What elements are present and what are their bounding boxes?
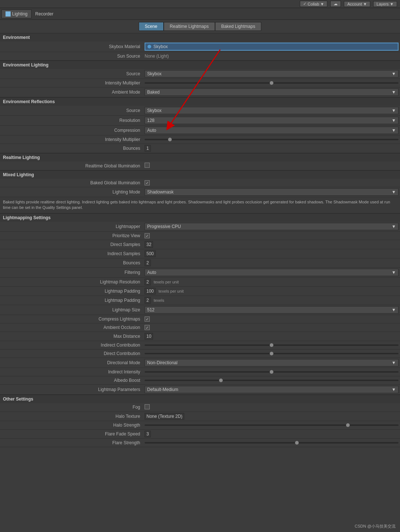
- env-reflections-bounces-value[interactable]: 1: [143, 145, 400, 152]
- account-button[interactable]: Account ▼: [344, 1, 370, 7]
- halo-strength-slider[interactable]: [145, 424, 399, 426]
- env-reflections-resolution-label: Resolution: [0, 117, 143, 124]
- direct-contribution-thumb: [270, 352, 273, 355]
- directional-mode-chevron: ▼: [392, 360, 396, 365]
- flare-fade-value[interactable]: 3: [143, 430, 400, 438]
- env-reflections-compression-dropdown[interactable]: Auto ▼: [145, 127, 399, 134]
- filtering-value[interactable]: Auto ▼: [143, 268, 400, 276]
- lightmapper-chevron: ▼: [392, 224, 396, 229]
- lightmap-params-value[interactable]: Default-Medium ▼: [143, 386, 400, 394]
- fog-value[interactable]: [143, 404, 400, 411]
- ambient-mode-dropdown[interactable]: Baked ▼: [145, 88, 399, 96]
- lm-padding2-value[interactable]: 2 texels: [143, 297, 400, 304]
- ambient-mode-label: Ambient Mode: [0, 89, 143, 95]
- scene-tab-scene[interactable]: Scene: [139, 22, 164, 31]
- ambient-occlusion-checkbox[interactable]: [145, 325, 150, 330]
- scene-tab-realtime[interactable]: Realtime Lightmaps: [164, 22, 215, 31]
- albedo-boost-slider[interactable]: [145, 380, 399, 381]
- env-reflections-compression-value[interactable]: Auto ▼: [143, 126, 400, 134]
- albedo-boost-track: [145, 380, 399, 381]
- account-label: Account: [347, 2, 362, 6]
- other-settings-section: Other Settings Fog Halo Texture None (Te…: [0, 395, 400, 447]
- direct-contribution-value[interactable]: [143, 352, 400, 355]
- prioritize-view-checkbox[interactable]: [145, 233, 150, 238]
- halo-texture-value[interactable]: None (Texture 2D): [143, 413, 400, 420]
- flare-strength-slider[interactable]: [145, 442, 399, 444]
- lm-size-row: Lightmap Size 512 ▼: [0, 305, 400, 315]
- direct-contribution-slider[interactable]: [145, 353, 399, 354]
- prioritize-view-value[interactable]: [143, 233, 400, 239]
- collab-button[interactable]: ✓ Collab ▼: [300, 1, 327, 7]
- lm-size-dropdown[interactable]: 512 ▼: [145, 306, 399, 314]
- flare-strength-value[interactable]: [143, 442, 400, 444]
- top-bar: ✓ Collab ▼ ☁ Account ▼ Layers ▼: [0, 0, 400, 8]
- sun-source-value[interactable]: None (Light): [143, 53, 400, 59]
- albedo-boost-row: Albedo Boost: [0, 376, 400, 385]
- flare-strength-track: [145, 442, 399, 444]
- albedo-boost-value[interactable]: [143, 379, 400, 381]
- lighting-mode-dropdown[interactable]: Shadowmask ▼: [145, 188, 399, 196]
- indirect-contribution-slider[interactable]: [145, 344, 399, 346]
- ao-intensity-value[interactable]: [143, 371, 400, 373]
- direct-samples-row: Direct Samples 32: [0, 240, 400, 249]
- lm-padding-value[interactable]: 100 texels per unit: [143, 287, 400, 295]
- lightmapper-dropdown[interactable]: Progressive CPU ▼: [145, 223, 399, 230]
- ambient-mode-row: Ambient Mode Baked ▼: [0, 87, 400, 97]
- tab-recorder[interactable]: Recorder: [32, 10, 57, 18]
- compress-lm-checkbox[interactable]: [145, 316, 150, 322]
- cloud-button[interactable]: ☁: [330, 1, 341, 7]
- indirect-contribution-value[interactable]: [143, 344, 400, 346]
- filtering-chevron: ▼: [392, 270, 396, 275]
- tab-lighting[interactable]: Lighting: [1, 10, 32, 18]
- env-reflections-resolution-value[interactable]: 128 ▼: [143, 116, 400, 124]
- env-lighting-intensity-slider[interactable]: [145, 82, 399, 84]
- env-lighting-intensity-value[interactable]: [143, 82, 400, 84]
- halo-texture-row: Halo Texture None (Texture 2D): [0, 412, 400, 421]
- env-lighting-source-value[interactable]: Skybox ▼: [143, 70, 400, 78]
- indirect-samples-row: Indirect Samples 500: [0, 249, 400, 258]
- layers-button[interactable]: Layers ▼: [373, 1, 397, 7]
- baked-gi-checkbox[interactable]: [145, 180, 150, 185]
- env-reflections-resolution-dropdown[interactable]: 128 ▼: [145, 117, 399, 124]
- ambient-occlusion-value[interactable]: [143, 325, 400, 331]
- env-reflections-source-value[interactable]: Skybox ▼: [143, 106, 400, 115]
- lm-bounces-value[interactable]: 2: [143, 259, 400, 267]
- skybox-material-value[interactable]: Skybox: [143, 42, 400, 51]
- lm-size-value[interactable]: 512 ▼: [143, 306, 400, 314]
- ambient-occlusion-label: Ambient Occlusion: [0, 324, 143, 331]
- fog-checkbox[interactable]: [145, 404, 150, 409]
- scene-tab-baked[interactable]: Baked Lightmaps: [215, 22, 262, 31]
- directional-mode-row: Directional Mode Non-Directional ▼: [0, 358, 400, 368]
- env-lighting-source-dropdown[interactable]: Skybox ▼: [145, 70, 399, 77]
- filtering-dropdown[interactable]: Auto ▼: [145, 269, 399, 276]
- indirect-samples-value[interactable]: 500: [143, 250, 400, 257]
- directional-mode-dropdown[interactable]: Non-Directional ▼: [145, 359, 399, 366]
- skybox-field[interactable]: Skybox: [145, 43, 399, 51]
- max-distance-value[interactable]: 10: [143, 333, 400, 340]
- env-reflections-source-label: Source: [0, 107, 143, 114]
- lighting-mode-label: Lighting Mode: [0, 189, 143, 195]
- indirect-contribution-row: Indirect Contribution: [0, 341, 400, 350]
- lightmapper-value[interactable]: Progressive CPU ▼: [143, 222, 400, 231]
- lighting-mode-value[interactable]: Shadowmask ▼: [143, 188, 400, 196]
- ao-intensity-slider[interactable]: [145, 371, 399, 373]
- env-reflections-intensity-value[interactable]: [143, 138, 400, 141]
- baked-gi-value[interactable]: [143, 180, 400, 186]
- lm-resolution-value[interactable]: 2 texels per unit: [143, 278, 400, 286]
- lm-resolution-label: Lightmap Resolution: [0, 279, 143, 285]
- direct-samples-value[interactable]: 32: [143, 241, 400, 248]
- directional-mode-value[interactable]: Non-Directional ▼: [143, 359, 400, 367]
- realtime-gi-value[interactable]: [143, 162, 400, 169]
- lightmap-params-dropdown[interactable]: Default-Medium ▼: [145, 386, 399, 393]
- ambient-mode-value[interactable]: Baked ▼: [143, 88, 400, 96]
- env-reflections-resolution-chevron: ▼: [392, 118, 396, 123]
- compress-lm-value[interactable]: [143, 316, 400, 322]
- ao-intensity-label: Indirect Intensity: [0, 369, 143, 375]
- env-reflections-intensity-slider[interactable]: [145, 139, 399, 140]
- halo-strength-value[interactable]: [143, 424, 400, 426]
- indirect-contribution-thumb: [270, 343, 273, 347]
- realtime-gi-row: Realtime Global Illumination: [0, 162, 400, 170]
- env-reflections-source-dropdown[interactable]: Skybox ▼: [145, 107, 399, 114]
- lm-bounces-label: Bounces: [0, 260, 143, 266]
- realtime-gi-checkbox[interactable]: [145, 163, 150, 168]
